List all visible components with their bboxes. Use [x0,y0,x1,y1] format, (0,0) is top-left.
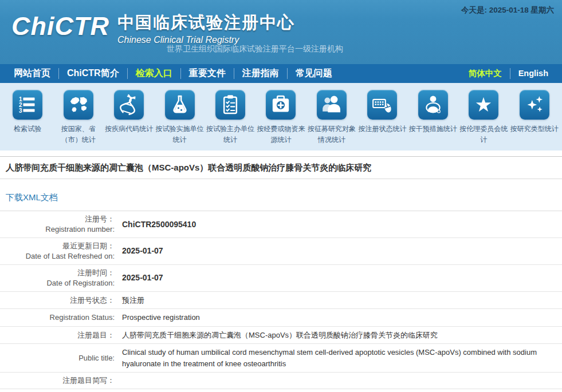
main-nav: 网站首页ChiCTR简介检索入口重要文件注册指南常见问题 简体中文English [0,64,562,83]
row-label: 注册时间：Date of Registration: [0,268,115,288]
table-row: 注册题目：人脐带间充质干细胞来源的凋亡囊泡（MSC-apoVs）联合透明质酸钠治… [0,327,562,345]
stats-toolbar: 123检索试验按国家、省（市）统计按疾病代码统计按试验实施单位统计按试验主办单位… [0,83,562,151]
chictr-logo[interactable]: ChiCTR [11,10,109,42]
row-label-zh: 注册号： [0,214,115,224]
doctor-icon [418,90,448,120]
toolbar-item-sparkles[interactable]: 按研究类型统计 [509,90,560,151]
row-value: 人脐带间充质干细胞来源的凋亡囊泡（MSC-apoVs）联合透明质酸钠治疗膝骨关节… [115,330,447,341]
xml-row: 下载XML文档 [0,185,562,211]
nav-item[interactable]: 常见问题 [287,68,340,80]
row-label-zh: 最近更新日期： [0,241,115,251]
row-value: 2025-01-07 [115,272,172,284]
toolbar-item-star[interactable]: 按伦理委员会统计 [458,90,509,151]
toolbar-item-doctor[interactable]: 按干预措施统计 [408,90,458,151]
site-header: 今天是: 2025-01-18 星期六 ChiCTR 中国临床试验注册中心 Ch… [0,0,562,64]
nav-item[interactable]: 网站首页 [6,68,58,80]
table-row: 注册题目简写： [0,373,562,389]
toolbar-item-world-map[interactable]: 按国家、省（市）统计 [53,90,103,151]
sparkles-icon [520,90,549,120]
info-table: 注册号：Registration number:ChiCTR2500095410… [0,211,562,392]
nav-item[interactable]: 注册指南 [234,68,287,80]
toolbar-item-label: 按国家、省（市）统计 [53,124,103,145]
row-label-zh: 注册题目： [0,330,115,340]
world-map-icon [64,90,93,120]
download-xml-link[interactable]: 下载XML文档 [6,192,58,202]
row-label-en: Registration Status: [0,312,115,323]
row-label-en: Public title: [0,353,115,363]
toolbar-item-clipboard-check[interactable]: 按试验主办单位统计 [205,90,256,151]
table-row: 注册号状态：预注册 [0,292,562,310]
row-label-zh: 注册题目简写： [0,375,115,386]
toolbar-item-numbered-list[interactable]: 123检索试验 [2,90,53,151]
language-option[interactable]: 简体中文 [461,68,510,80]
page-title: 人脐带间充质干细胞来源的凋亡囊泡（MSC-apoVs）联合透明质酸钠治疗膝骨关节… [0,156,562,179]
table-row: 最近更新日期：Date of Last Refreshed on:2025-01… [0,238,562,265]
people-group-icon [317,90,347,120]
row-label: 注册号状态： [0,295,115,306]
toolbar-item-people-group[interactable]: 按征募研究对象情况统计 [306,90,357,151]
toolbar-item-label: 按疾病代码统计 [105,124,153,134]
row-label: 注册题目简写： [0,375,115,386]
toolbar-item-label: 按干预措施统计 [409,124,457,134]
row-label: 最近更新日期：Date of Last Refreshed on: [0,241,115,262]
star-icon [469,90,498,120]
dna-icon [114,90,144,120]
nav-item[interactable]: 重要文件 [180,68,234,80]
toolbar-item-label: 按试验实施单位统计 [154,124,205,145]
language-option[interactable]: English [510,68,556,80]
toolbar-item-label: 按注册状态统计 [358,124,406,134]
table-row: 注册时间：Date of Registration:2025-01-07 [0,265,562,292]
table-row: English Acronym: [0,389,562,392]
toolbar-item-label: 按征募研究对象情况统计 [306,124,357,145]
main-nav-list: 网站首页ChiCTR简介检索入口重要文件注册指南常见问题 [6,64,340,83]
row-label-zh: 注册号状态： [0,295,115,306]
row-label: Public title: [0,353,115,363]
table-row: Public title:Clinical study of human umb… [0,344,562,373]
toolbar-item-label: 检索试验 [14,124,41,134]
row-label-en: Registration number: [0,224,115,235]
svg-text:3: 3 [19,108,22,114]
medkit-icon [266,90,296,120]
toolbar-item-flask[interactable]: 按试验实施单位统计 [154,90,205,151]
numbered-list-icon: 123 [13,90,42,120]
row-value: 2025-01-07 [115,245,172,257]
row-value: Prospective registration [115,312,209,323]
trial-detail: 人脐带间充质干细胞来源的凋亡囊泡（MSC-apoVs）联合透明质酸钠治疗膝骨关节… [0,156,562,392]
row-value: ChiCTR2500095410 [115,219,205,231]
brand: ChiCTR 中国临床试验注册中心 Chinese Clinical Trial… [11,10,295,45]
toolbar-item-dna[interactable]: 按疾病代码统计 [104,90,154,151]
brand-titles: 中国临床试验注册中心 Chinese Clinical Trial Regist… [117,10,295,45]
language-switch: 简体中文English [461,64,556,83]
row-label-en: Date of Registration: [0,278,115,288]
site-title-zh: 中国临床试验注册中心 [117,11,295,34]
row-label: Registration Status: [0,312,115,323]
today-date: 今天是: 2025-01-18 星期六 [461,5,554,15]
row-label-zh: 注册时间： [0,268,115,278]
nav-item[interactable]: ChiCTR简介 [58,68,127,80]
clipboard-check-icon [215,90,245,120]
keyboard-mouse-icon [367,90,397,120]
toolbar-item-label: 按研究类型统计 [510,124,559,134]
row-label-en: Date of Last Refreshed on: [0,251,115,262]
flask-icon [165,90,195,120]
nav-item[interactable]: 检索入口 [127,68,180,80]
who-subtitle: 世界卫生组织国际临床试验注册平台一级注册机构 [167,44,343,54]
toolbar-item-keyboard-mouse[interactable]: 按注册状态统计 [357,90,407,151]
row-value: Clinical study of human umbilical cord m… [115,347,562,369]
table-row: Registration Status:Prospective registra… [0,309,562,327]
toolbar-item-label: 按试验主办单位统计 [205,124,256,145]
row-label: 注册号：Registration number: [0,214,115,235]
row-value: 预注册 [115,295,154,306]
toolbar-item-label: 按经费或物资来源统计 [256,124,306,145]
toolbar-item-label: 按伦理委员会统计 [458,124,509,145]
row-label: 注册题目： [0,330,115,340]
table-row: 注册号：Registration number:ChiCTR2500095410 [0,211,562,238]
toolbar-item-medkit[interactable]: 按经费或物资来源统计 [256,90,306,151]
